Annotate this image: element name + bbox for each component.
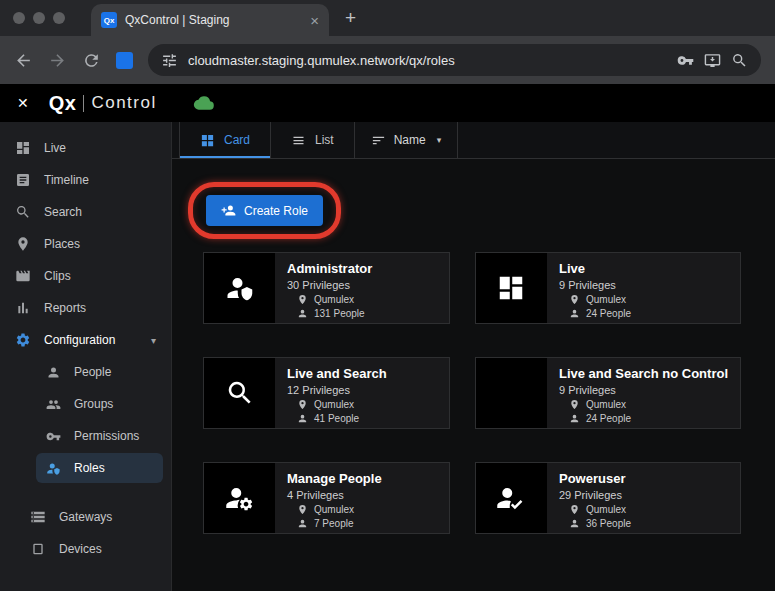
back-icon[interactable]: [14, 51, 33, 70]
sidebar-item-timeline[interactable]: Timeline: [0, 164, 171, 196]
key-icon: [46, 429, 61, 444]
sidebar-item-gateways[interactable]: Gateways: [0, 501, 171, 533]
window-maximize-button[interactable]: [53, 12, 65, 24]
main-panel: Card List Name ▾ Create Role: [172, 122, 775, 591]
device-icon: [30, 541, 46, 557]
password-key-icon[interactable]: [677, 52, 694, 69]
url-bar[interactable]: cloudmaster.staging.qumulex.network/qx/r…: [148, 44, 761, 76]
sidebar-item-people[interactable]: People: [0, 356, 171, 388]
forward-icon[interactable]: [48, 51, 67, 70]
sort-dropdown[interactable]: Name ▾: [355, 122, 459, 158]
sidebar-item-live[interactable]: Live: [0, 132, 171, 164]
zoom-icon[interactable]: [731, 52, 748, 69]
cloud-status-icon: [193, 93, 215, 113]
site-settings-icon[interactable]: [161, 52, 178, 69]
sidebar-item-clips[interactable]: Clips: [0, 260, 171, 292]
tab-list[interactable]: List: [271, 122, 355, 158]
sidebar-item-devices[interactable]: Devices: [0, 533, 171, 565]
card-grid-icon: [200, 133, 215, 148]
tab-title: QxControl | Staging: [125, 13, 302, 27]
role-privileges: 29 Privileges: [559, 489, 631, 501]
role-card-live-and-search-no-control[interactable]: Live and Search no Control 9 Privileges …: [475, 357, 741, 429]
person-shield-icon: [46, 461, 61, 476]
role-people-count: 41 People: [314, 413, 359, 424]
role-org: Qumulex: [314, 294, 354, 305]
sidebar-item-label: Gateways: [59, 510, 112, 524]
tab-list-label: List: [315, 133, 334, 147]
sidebar-item-reports[interactable]: Reports: [0, 292, 171, 324]
role-name: Administrator: [287, 261, 372, 276]
sidebar-item-label: Devices: [59, 542, 102, 556]
person-icon: [569, 308, 580, 319]
search-icon: [15, 204, 31, 220]
place-icon: [569, 399, 580, 410]
tab-card[interactable]: Card: [179, 122, 271, 158]
role-people-count: 131 People: [314, 308, 365, 319]
logo-divider: [83, 95, 84, 112]
role-name: Live and Search no Control: [559, 366, 728, 381]
roles-content: Create Role Administrator 30 Privileges …: [172, 159, 775, 591]
sidebar-item-configuration[interactable]: Configuration ▾: [0, 324, 171, 356]
qx-extension-icon[interactable]: [116, 52, 133, 69]
person-icon: [569, 413, 580, 424]
person-gear-icon: [225, 483, 255, 513]
sidebar-item-label: Reports: [44, 301, 86, 315]
place-icon: [297, 504, 308, 515]
role-privileges: 9 Privileges: [559, 384, 728, 396]
role-card-poweruser[interactable]: Poweruser 29 Privileges Qumulex 36 Peopl…: [475, 462, 741, 534]
browser-addressbar: cloudmaster.staging.qumulex.network/qx/r…: [0, 36, 775, 84]
close-icon[interactable]: ✕: [17, 95, 29, 111]
logo-control: Control: [91, 93, 156, 113]
role-people-count: 24 People: [586, 308, 631, 319]
role-people-count: 7 People: [314, 518, 353, 529]
sort-label: Name: [394, 133, 426, 147]
create-role-area: Create Role: [206, 195, 323, 226]
sidebar-item-label: Groups: [74, 397, 113, 411]
browser-tabstrip: Qx QxControl | Staging × +: [0, 0, 775, 36]
role-card-manage-people[interactable]: Manage People 4 Privileges Qumulex 7 Peo…: [203, 462, 450, 534]
sidebar-item-roles[interactable]: Roles: [36, 453, 163, 483]
role-card-live[interactable]: Live 9 Privileges Qumulex 24 People: [475, 252, 741, 324]
window-close-button[interactable]: [13, 12, 25, 24]
sidebar-item-places[interactable]: Places: [0, 228, 171, 260]
role-privileges: 9 Privileges: [559, 279, 631, 291]
sidebar-item-permissions[interactable]: Permissions: [0, 420, 171, 452]
tab-close-icon[interactable]: ×: [310, 12, 319, 29]
window-minimize-button[interactable]: [33, 12, 45, 24]
sidebar-item-label: Configuration: [44, 333, 115, 347]
role-org: Qumulex: [586, 294, 626, 305]
person-add-icon: [221, 203, 236, 218]
list-icon: [291, 133, 306, 148]
role-card-live-and-search[interactable]: Live and Search 12 Privileges Qumulex 41…: [203, 357, 450, 429]
sidebar-item-groups[interactable]: Groups: [0, 388, 171, 420]
sidebar-item-label: Permissions: [74, 429, 139, 443]
role-privileges: 30 Privileges: [287, 279, 372, 291]
role-grid: Administrator 30 Privileges Qumulex 131 …: [203, 252, 741, 534]
role-privileges: 4 Privileges: [287, 489, 382, 501]
qx-favicon-icon: Qx: [101, 12, 117, 28]
sidebar-item-search[interactable]: Search: [0, 196, 171, 228]
none-icon: [496, 378, 526, 408]
role-name: Live: [559, 261, 631, 276]
sidebar-nav: Live Timeline Search Places Clips Report…: [0, 122, 172, 591]
logo-qx: Qx: [49, 92, 77, 115]
sidebar-item-label: Places: [44, 237, 80, 251]
refresh-icon[interactable]: [82, 51, 101, 70]
install-app-icon[interactable]: [704, 52, 721, 69]
sidebar-item-label: People: [74, 365, 111, 379]
groups-icon: [46, 397, 61, 412]
person-icon: [297, 518, 308, 529]
create-role-button[interactable]: Create Role: [206, 195, 323, 226]
sidebar-item-label: Live: [44, 141, 66, 155]
browser-tab[interactable]: Qx QxControl | Staging ×: [91, 4, 329, 36]
place-icon: [569, 504, 580, 515]
role-name: Live and Search: [287, 366, 387, 381]
place-icon: [15, 236, 31, 252]
app-body: Live Timeline Search Places Clips Report…: [0, 122, 775, 591]
role-org: Qumulex: [586, 399, 626, 410]
role-card-administrator[interactable]: Administrator 30 Privileges Qumulex 131 …: [203, 252, 450, 324]
new-tab-button[interactable]: +: [345, 7, 356, 29]
search-icon: [225, 378, 255, 408]
role-org: Qumulex: [314, 504, 354, 515]
role-people-count: 36 People: [586, 518, 631, 529]
